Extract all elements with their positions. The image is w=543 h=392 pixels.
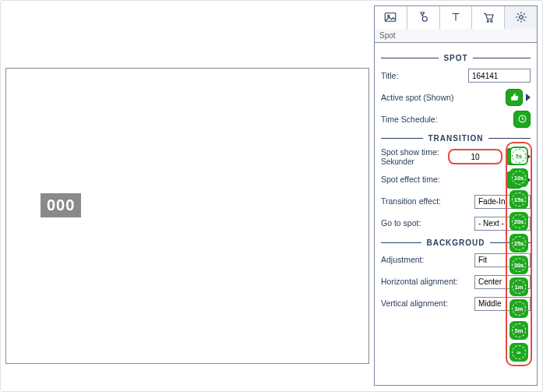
- canvas[interactable]: 000: [5, 68, 369, 364]
- svg-marker-2: [421, 12, 425, 16]
- label-title: Title:: [381, 71, 468, 81]
- gear-icon: [514, 10, 528, 26]
- timer-icon: 3m: [512, 302, 526, 316]
- preset-20s[interactable]: 20s: [510, 212, 528, 231]
- label-valign: Vertical alignment:: [381, 298, 474, 309]
- timer-icon: 20s: [512, 214, 526, 228]
- label-adjustment: Adjustment:: [381, 255, 474, 265]
- image-icon: [383, 10, 397, 26]
- active-spot-expand[interactable]: [526, 94, 531, 101]
- tab-image[interactable]: [375, 6, 407, 29]
- tab-settings[interactable]: [505, 6, 537, 29]
- preset-3m[interactable]: 3m: [510, 299, 528, 318]
- svg-point-3: [422, 16, 427, 21]
- svg-point-4: [487, 20, 488, 22]
- label-goto-spot: Go to spot:: [381, 218, 474, 228]
- label-active-spot: Active spot (Shown): [381, 93, 502, 103]
- timer-icon: 25s: [512, 236, 526, 250]
- preset-5s[interactable]: 5s: [510, 147, 528, 165]
- tab-bar: [374, 5, 538, 29]
- app-container: 000: [0, 0, 543, 392]
- label-time-schedule: Time Schedule:: [381, 115, 510, 125]
- canvas-index-badge: 000: [41, 193, 81, 217]
- section-header-spot: SPOT: [381, 54, 531, 62]
- cart-icon: [481, 10, 495, 26]
- shape-icon: [416, 10, 430, 26]
- title-input[interactable]: [468, 69, 531, 83]
- thumbs-up-icon: [510, 92, 520, 104]
- preset-∞[interactable]: ∞: [510, 343, 528, 362]
- timer-icon: 5s: [512, 149, 526, 163]
- label-show-time: Spot show time: Sekunder: [381, 147, 448, 167]
- label-halign: Horizontal alignment:: [381, 277, 474, 287]
- show-time-input[interactable]: [448, 149, 502, 164]
- timer-icon: 10s: [512, 171, 526, 185]
- text-icon: [449, 10, 463, 26]
- timer-icon: 30s: [512, 258, 526, 272]
- timer-icon: 15s: [512, 192, 526, 207]
- preset-30s[interactable]: 30s: [510, 256, 528, 274]
- preset-5m[interactable]: 5m: [510, 321, 528, 340]
- active-spot-toggle[interactable]: [506, 89, 523, 106]
- preset-15s[interactable]: 15s: [510, 190, 528, 209]
- time-schedule-button[interactable]: [513, 111, 531, 128]
- preset-10s[interactable]: 10s: [510, 168, 528, 187]
- subtab-spot[interactable]: Spot: [374, 29, 538, 43]
- tab-cart[interactable]: [472, 6, 505, 29]
- svg-point-5: [490, 20, 492, 22]
- label-effect-time: Spot effect time:: [381, 175, 502, 185]
- canvas-area: 000: [5, 5, 369, 387]
- preset-25s[interactable]: 25s: [510, 234, 528, 253]
- tab-text[interactable]: [440, 6, 473, 29]
- time-presets-popover: 5s10s15s20s25s30s1m3m5m∞: [506, 142, 532, 366]
- section-header-transition: TRANSITION: [381, 134, 531, 143]
- label-transition-effect: Transition effect:: [381, 196, 474, 207]
- timer-icon: 5m: [512, 323, 526, 337]
- clock-icon: [517, 114, 527, 125]
- svg-point-6: [519, 15, 523, 19]
- tab-shape[interactable]: [407, 6, 440, 29]
- preset-1m[interactable]: 1m: [510, 277, 528, 296]
- timer-icon: ∞: [512, 345, 526, 359]
- timer-icon: 1m: [512, 280, 526, 294]
